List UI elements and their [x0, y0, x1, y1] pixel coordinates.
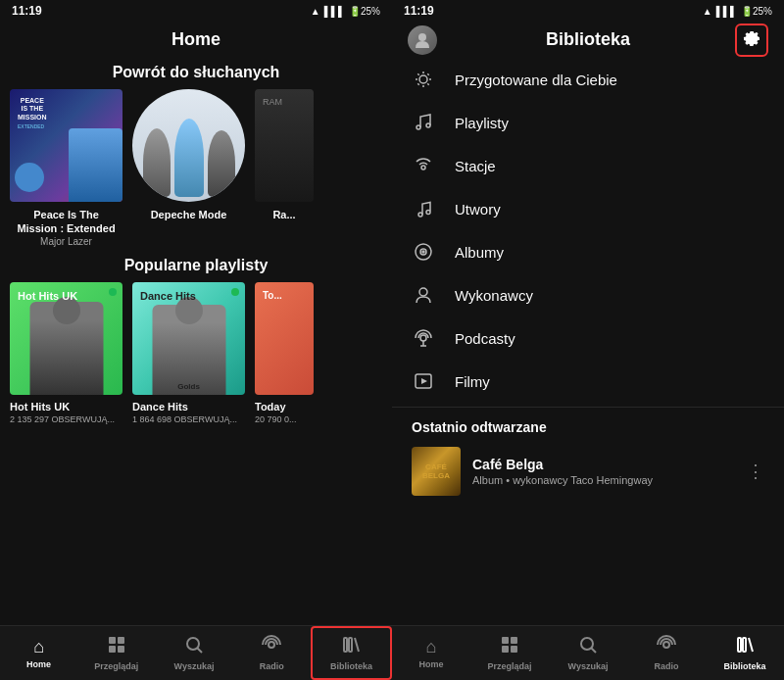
right-status-icons: ▲ ▌▌▌ 🔋25% [703, 6, 772, 17]
svg-point-9 [418, 33, 426, 41]
nav-przeglądaj[interactable]: Przeglądaj [77, 626, 155, 680]
cafe-belga-art: CAFÉBELGA [412, 447, 461, 496]
nav-home-label: Home [26, 659, 51, 669]
svg-rect-40 [738, 638, 741, 652]
left-bottom-nav: ⌂ Home Przeglądaj Wyszukaj Radio Bibli [0, 625, 392, 680]
menu-artists[interactable]: Wykonawcy [392, 273, 784, 316]
right-nav-przeglądaj[interactable]: Przeglądaj [470, 626, 549, 680]
playlist-dancehits[interactable]: Dance Hits Golds Dance Hits 1 864 698 OB… [132, 282, 245, 424]
depeche-figures [143, 119, 235, 202]
right-home-icon: ⌂ [426, 637, 437, 657]
menu-divider [392, 407, 784, 408]
svg-rect-36 [511, 646, 517, 653]
nav-home[interactable]: ⌂ Home [0, 626, 77, 680]
right-nav-wyszukaj-label: Wyszukaj [568, 661, 609, 671]
right-status-time: 11:19 [404, 4, 434, 18]
playlist-today[interactable]: To... Today 20 790 0... [255, 282, 314, 424]
playlist-sublabel-today: 20 790 0... [255, 414, 314, 424]
right-nav-radio-label: Radio [654, 661, 678, 671]
menu-artists-label: Wykonawcy [455, 287, 533, 304]
rp-item-ram[interactable]: RAM Ra... [255, 89, 314, 247]
today-title-text: To... [263, 290, 282, 301]
play-icon [412, 371, 435, 391]
music-note-icon [412, 113, 435, 132]
menu-stations[interactable]: Stacje [392, 144, 784, 187]
right-nav-home[interactable]: ⌂ Home [392, 626, 470, 680]
menu-podcasts-label: Podcasty [455, 330, 515, 347]
rp-image-peace: PEACEIS THEMISSION EXTENDED [10, 89, 122, 202]
right-page-title: Biblioteka [546, 29, 630, 50]
right-wifi-icon: ▲ [703, 6, 712, 17]
browse-icon [107, 635, 126, 659]
svg-rect-33 [502, 637, 509, 644]
menu-albums[interactable]: Albumy [392, 230, 784, 273]
svg-point-37 [581, 638, 593, 650]
right-battery-icon: 🔋25% [741, 6, 772, 17]
playlist-sublabel-dancehits: 1 864 698 OBSERWUJĄ... [132, 414, 245, 424]
menu-prepared[interactable]: Przygotowane dla Ciebie [392, 58, 784, 101]
nav-wyszukaj-label: Wyszukaj [174, 661, 215, 671]
svg-rect-41 [743, 638, 746, 652]
menu-tracks[interactable]: Utwory [392, 187, 784, 230]
right-nav-wyszukaj[interactable]: Wyszukaj [549, 626, 627, 680]
right-status-bar: 11:19 ▲ ▌▌▌ 🔋25% [392, 0, 784, 22]
rp-label-peace: Peace Is TheMission : Extended [17, 208, 115, 236]
svg-line-16 [427, 83, 428, 84]
left-status-time: 11:19 [12, 4, 42, 18]
signal-icon: ▌▌▌ [324, 6, 345, 17]
right-nav-biblioteka[interactable]: Biblioteka [706, 626, 784, 680]
left-status-bar: 11:19 ▲ ▌▌▌ 🔋25% [0, 0, 392, 22]
gear-icon [742, 27, 761, 52]
recent-dots-cafe-belga[interactable]: ⋮ [747, 461, 764, 482]
menu-movies-label: Filmy [455, 373, 490, 390]
hothits-dot [109, 288, 117, 296]
recent-info-cafe-belga: Café Belga Album • wykonawcy Taco Heming… [472, 457, 735, 486]
rp-label-depeche: Depeche Mode [151, 208, 227, 221]
right-search-icon [578, 635, 598, 659]
left-status-icons: ▲ ▌▌▌ 🔋25% [311, 6, 380, 17]
album-icon [412, 242, 435, 262]
nav-biblioteka-left[interactable]: Biblioteka [311, 626, 392, 680]
dancehits-dot [231, 288, 239, 296]
settings-button[interactable] [735, 24, 768, 57]
right-browse-icon [500, 635, 519, 659]
menu-stations-label: Stacje [455, 158, 496, 174]
rp-item-depeche[interactable]: Depeche Mode [132, 89, 245, 247]
svg-line-18 [417, 83, 418, 84]
svg-line-15 [417, 73, 418, 74]
wifi-icon: ▲ [311, 6, 320, 17]
menu-playlists[interactable]: Playlisty [392, 101, 784, 144]
person-icon [412, 285, 435, 305]
dancehits-title-text: Dance Hits [140, 290, 196, 303]
right-nav-home-label: Home [418, 659, 443, 669]
rp-sublabel-peace: Major Lazer [40, 236, 92, 247]
svg-point-6 [269, 642, 274, 648]
cover-dancehits-art: Dance Hits Golds [132, 282, 245, 395]
right-header: Biblioteka [392, 22, 784, 54]
menu-tracks-label: Utwory [455, 201, 501, 218]
cover-hothits-art: Hot Hits UK [10, 282, 122, 395]
album-peace-figure [69, 128, 122, 202]
nav-radio[interactable]: Radio [233, 626, 311, 680]
svg-line-38 [592, 649, 597, 654]
rp-item-peace[interactable]: PEACEIS THEMISSION EXTENDED Peace Is The… [10, 89, 122, 247]
playlist-hothits[interactable]: Hot Hits UK Hot Hits UK 2 135 297 OBSERW… [10, 282, 122, 424]
avatar[interactable] [408, 25, 437, 55]
svg-point-21 [421, 166, 425, 170]
svg-point-39 [663, 642, 669, 648]
recent-item-cafe-belga[interactable]: CAFÉBELGA Café Belga Album • wykonawcy T… [392, 439, 784, 504]
album-cover-peace: PEACEIS THEMISSION EXTENDED [10, 89, 122, 202]
playlist-cover-today: To... [255, 282, 314, 395]
svg-line-17 [427, 73, 428, 74]
menu-podcasts[interactable]: Podcasty [392, 316, 784, 360]
svg-rect-7 [344, 638, 347, 652]
svg-point-20 [426, 123, 430, 127]
recently-played-title: Powrót do słuchanych [0, 54, 392, 89]
album-cover-ram: RAM [255, 89, 314, 202]
library-menu: Przygotowane dla Ciebie Playlisty Stacje… [392, 54, 784, 625]
svg-rect-35 [502, 646, 509, 653]
right-nav-radio[interactable]: Radio [627, 626, 706, 680]
menu-movies[interactable]: Filmy [392, 360, 784, 403]
recently-played-row: PEACEIS THEMISSION EXTENDED Peace Is The… [0, 89, 392, 247]
nav-wyszukaj[interactable]: Wyszukaj [155, 626, 232, 680]
